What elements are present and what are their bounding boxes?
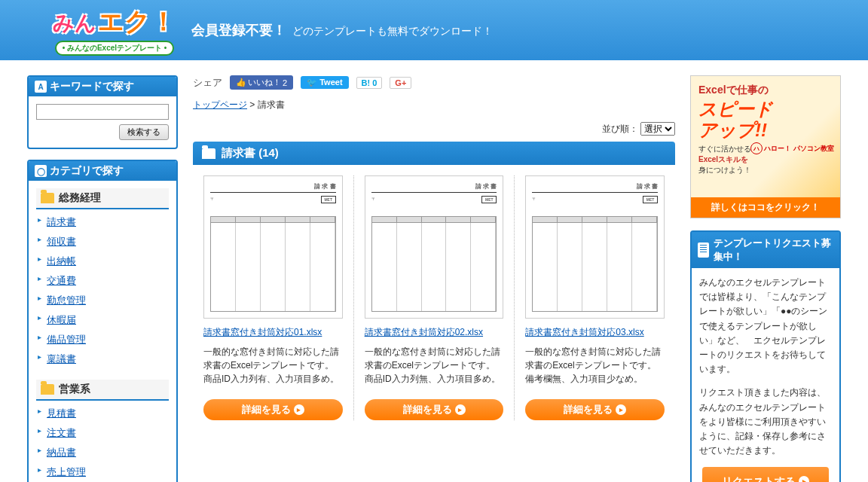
category-item[interactable]: 稟議書 bbox=[36, 349, 169, 369]
left-sidebar: A キーワードで探す 検索する ◯ カテゴリで探す 総務経理請求書領収書出納帳交… bbox=[27, 75, 178, 482]
logo-subtitle: • みんなのExcelテンプレート • bbox=[55, 41, 175, 56]
abc-icon: A bbox=[35, 81, 47, 93]
main-content: シェア 👍 いいね！ 2 🐦 Tweet B! 0 G+ トップページ > 請求… bbox=[193, 75, 675, 482]
request-button[interactable]: リクエストする bbox=[702, 467, 829, 482]
category-link[interactable]: 出納帳 bbox=[47, 255, 76, 267]
keyword-search-head: A キーワードで探す bbox=[29, 77, 176, 96]
tagline-main: 会員登録不要！ bbox=[191, 23, 286, 38]
section-head: 請求書 (14) bbox=[193, 142, 675, 165]
breadcrumb-top[interactable]: トップページ bbox=[193, 99, 247, 110]
sort-select[interactable]: 選択 bbox=[640, 122, 675, 136]
category-link[interactable]: 稟議書 bbox=[47, 353, 76, 365]
category-item[interactable]: 交通費 bbox=[36, 271, 169, 291]
template-card: 請 求 書〒MET 請求書窓付き封筒対応03.xlsx一般的な窓付き封筒に対応し… bbox=[515, 175, 675, 420]
detail-button[interactable]: 詳細を見る bbox=[365, 399, 504, 420]
category-link[interactable]: 備品管理 bbox=[47, 334, 86, 345]
category-link[interactable]: 勤怠管理 bbox=[47, 294, 86, 306]
sort-label: 並び順： bbox=[602, 124, 638, 134]
template-thumbnail[interactable]: 請 求 書〒MET bbox=[525, 175, 665, 319]
template-card: 請 求 書〒MET 請求書窓付き封筒対応02.xlsx一般的な窓付き封筒に対応し… bbox=[354, 175, 515, 420]
template-card: 請 求 書〒MET 請求書窓付き封筒対応01.xlsx一般的な窓付き封筒に対応し… bbox=[193, 175, 354, 420]
category-item[interactable]: 休暇届 bbox=[36, 310, 169, 330]
breadcrumb-current: 請求書 bbox=[258, 99, 285, 110]
ad-line1: Excelで仕事の bbox=[698, 84, 833, 97]
category-item[interactable]: 出納帳 bbox=[36, 252, 169, 271]
category-item[interactable]: 備品管理 bbox=[36, 330, 169, 349]
request-body-2: リクエスト頂きました内容は、みんなのエクセルテンプレートをより皆様にご利用頂きや… bbox=[699, 386, 832, 458]
template-description: 一般的な窓付き封筒に対応した請求書のExcelテンプレートです。商品ID入力列無… bbox=[365, 345, 504, 386]
category-link[interactable]: 見積書 bbox=[47, 407, 76, 419]
keyword-search-block: A キーワードで探す 検索する bbox=[27, 75, 178, 149]
ad-cta: 詳しくはココをクリック！ bbox=[691, 197, 840, 218]
ad-banner[interactable]: Excelで仕事の スピード アップ!! すぐに活かせるExcelスキルを身につ… bbox=[690, 75, 841, 218]
ad-line2b: アップ!! bbox=[698, 121, 833, 139]
detail-button[interactable]: 詳細を見る bbox=[203, 399, 343, 420]
facebook-like-button[interactable]: 👍 いいね！ 2 bbox=[230, 75, 293, 90]
tagline-sub: どのテンプレートも無料でダウンロード！ bbox=[292, 25, 493, 37]
category-link[interactable]: 注文書 bbox=[47, 427, 76, 438]
logo-text-left: みん bbox=[53, 9, 96, 38]
template-link[interactable]: 請求書窓付き封筒対応03.xlsx bbox=[525, 326, 665, 339]
folder-icon bbox=[41, 193, 54, 203]
category-link[interactable]: 交通費 bbox=[47, 275, 76, 286]
request-head: テンプレートリクエスト募集中！ bbox=[692, 232, 839, 268]
hatena-button[interactable]: B! 0 bbox=[356, 77, 383, 89]
category-item[interactable]: 注文書 bbox=[36, 423, 169, 443]
google-plus-button[interactable]: G+ bbox=[390, 77, 411, 89]
category-link[interactable]: 売上管理 bbox=[47, 466, 86, 477]
folder-icon bbox=[41, 384, 54, 395]
category-link[interactable]: 休暇届 bbox=[47, 314, 76, 325]
category-item[interactable]: 領収書 bbox=[36, 232, 169, 252]
logo-text-right: エク！ bbox=[98, 5, 176, 39]
share-row: シェア 👍 いいね！ 2 🐦 Tweet B! 0 G+ bbox=[193, 75, 675, 90]
request-body-1: みんなのエクセルテンプレートでは皆様より、「こんなテンプレートが欲しい」「●●の… bbox=[699, 276, 832, 377]
right-sidebar: Excelで仕事の スピード アップ!! すぐに活かせるExcelスキルを身につ… bbox=[690, 75, 841, 482]
category-item[interactable]: 請求書 bbox=[36, 212, 169, 232]
template-link[interactable]: 請求書窓付き封筒対応02.xlsx bbox=[365, 326, 504, 339]
breadcrumb: トップページ > 請求書 bbox=[193, 99, 675, 111]
category-link[interactable]: 納品書 bbox=[47, 447, 76, 458]
category-group-head: 営業系 bbox=[36, 380, 169, 401]
site-logo[interactable]: みん エク！ • みんなのExcelテンプレート • bbox=[53, 5, 176, 56]
category-link[interactable]: 領収書 bbox=[47, 236, 76, 247]
category-head: ◯ カテゴリで探す bbox=[29, 161, 176, 181]
tweet-button[interactable]: 🐦 Tweet bbox=[301, 76, 348, 89]
template-thumbnail[interactable]: 請 求 書〒MET bbox=[203, 175, 343, 319]
share-label: シェア bbox=[193, 76, 222, 90]
ad-line2a: スピード bbox=[698, 100, 833, 118]
sort-row: 並び順： 選択 bbox=[193, 122, 675, 136]
category-group-head: 総務経理 bbox=[36, 188, 169, 209]
search-input[interactable] bbox=[36, 104, 169, 120]
list-icon: ◯ bbox=[35, 165, 47, 177]
category-item[interactable]: 売上管理 bbox=[36, 462, 169, 482]
document-icon bbox=[698, 243, 709, 258]
ad-brand-logo: ハロー！ パソコン教室 bbox=[750, 142, 834, 154]
template-thumbnail[interactable]: 請 求 書〒MET bbox=[365, 175, 504, 319]
category-link[interactable]: 請求書 bbox=[47, 216, 76, 227]
folder-icon bbox=[202, 148, 215, 159]
template-list: 請 求 書〒MET 請求書窓付き封筒対応01.xlsx一般的な窓付き封筒に対応し… bbox=[193, 175, 675, 420]
site-header: みん エク！ • みんなのExcelテンプレート • 会員登録不要！ どのテンプ… bbox=[0, 0, 868, 60]
category-item[interactable]: 納品書 bbox=[36, 443, 169, 462]
category-item[interactable]: 勤怠管理 bbox=[36, 291, 169, 310]
detail-button[interactable]: 詳細を見る bbox=[525, 399, 665, 420]
template-description: 一般的な窓付き封筒に対応した請求書のExcelテンプレートです。商品ID入力列有… bbox=[203, 345, 343, 386]
request-block: テンプレートリクエスト募集中！ みんなのエクセルテンプレートでは皆様より、「こん… bbox=[690, 230, 841, 482]
search-button[interactable]: 検索する bbox=[119, 124, 169, 140]
tagline: 会員登録不要！ どのテンプレートも無料でダウンロード！ bbox=[191, 21, 493, 39]
template-link[interactable]: 請求書窓付き封筒対応01.xlsx bbox=[203, 326, 343, 339]
category-block: ◯ カテゴリで探す 総務経理請求書領収書出納帳交通費勤怠管理休暇届備品管理稟議書… bbox=[27, 160, 178, 482]
category-item[interactable]: 見積書 bbox=[36, 404, 169, 423]
template-description: 一般的な窓付き封筒に対応した請求書のExcelテンプレートです。備考欄無、入力項… bbox=[525, 345, 665, 386]
